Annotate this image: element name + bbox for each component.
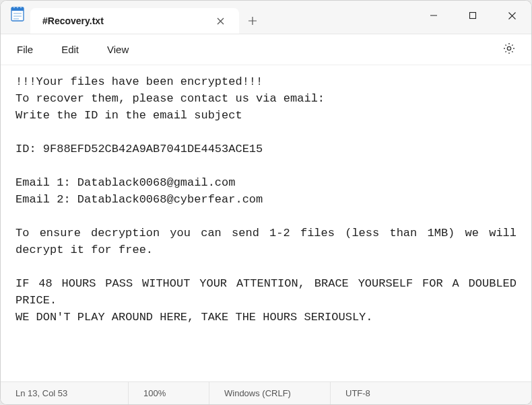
text-area[interactable]: !!!Your files have been encrypted!!! To …	[1, 65, 531, 381]
new-tab-button[interactable]	[239, 8, 266, 34]
statusbar: Ln 13, Col 53 100% Windows (CRLF) UTF-8	[1, 381, 531, 404]
svg-point-3	[17, 6, 18, 7]
notepad-icon	[10, 5, 25, 22]
menu-file[interactable]: File	[13, 41, 37, 58]
gear-icon	[502, 42, 516, 57]
tab-title: #Recovery.txt	[42, 15, 211, 26]
close-tab-icon[interactable]	[211, 11, 230, 30]
maximize-button[interactable]	[453, 1, 492, 30]
status-encoding: UTF-8	[331, 382, 411, 404]
minimize-button[interactable]	[414, 1, 453, 30]
menubar: File Edit View	[1, 34, 531, 65]
titlebar: #Recovery.txt	[1, 1, 531, 34]
settings-button[interactable]	[499, 40, 519, 60]
svg-point-4	[20, 6, 22, 7]
svg-point-10	[507, 46, 510, 50]
window-controls	[414, 1, 531, 34]
notepad-window: #Recovery.txt File Edit View	[0, 0, 532, 405]
close-window-button[interactable]	[492, 1, 531, 30]
status-line-ending: Windows (CRLF)	[209, 382, 331, 404]
status-position: Ln 13, Col 53	[1, 382, 129, 404]
document-tab[interactable]: #Recovery.txt	[30, 8, 239, 34]
status-zoom[interactable]: 100%	[129, 382, 209, 404]
menu-view[interactable]: View	[103, 41, 133, 58]
menu-edit[interactable]: Edit	[57, 41, 83, 58]
svg-point-2	[13, 6, 15, 7]
svg-rect-9	[470, 13, 476, 19]
